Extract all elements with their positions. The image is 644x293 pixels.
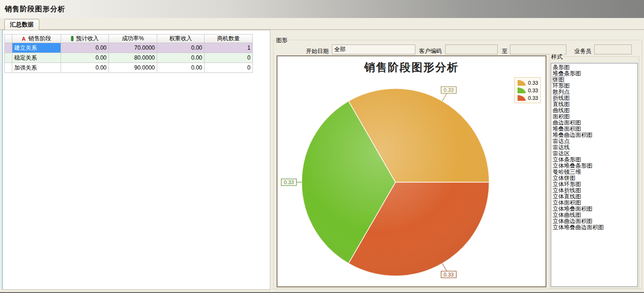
slice-callout-value: 0.33 [284,179,294,185]
cell-weighted[interactable]: 0.00 [157,43,205,53]
table-row[interactable]: 加强关系0.0090.00000.000 [5,63,253,73]
graph-group-label: 图形 [275,36,289,44]
title-bar: 销售阶段图形分析 [0,0,644,18]
cell-count[interactable]: 1 [205,43,253,53]
cell-weighted[interactable]: 0.00 [157,63,205,73]
sort-a-icon: A [22,36,26,42]
legend-label: 0.33 [528,88,538,93]
chart-legend: 0.330.330.33 [514,77,541,103]
column-header-expected[interactable]: 预计收入 [61,35,109,43]
column-header-label: 销售阶段 [28,35,51,43]
legend-row: 0.33 [518,88,538,93]
column-header-label: 预计收入 [76,35,99,43]
cell-success[interactable]: 70.0000 [109,43,157,53]
legend-row: 0.33 [518,95,538,101]
column-header-stage[interactable]: A销售阶段 [12,35,61,43]
pie-chart-svg: 0.330.330.33 [277,56,546,286]
pie-shade-overlay [302,89,489,276]
to-label: 至 [502,46,508,56]
cell-expected[interactable]: 0.00 [61,43,109,53]
table-row[interactable]: 稳定关系0.0080.00000.000 [5,53,253,63]
legend-swatch-icon [518,80,526,86]
legend-swatch-icon [518,88,526,93]
row-indicator-cell[interactable] [5,43,12,53]
column-header-label: 权重收入 [170,35,192,43]
cell-count[interactable]: 0 [205,63,253,73]
slice-callout-value: 0.33 [444,272,454,277]
legend-row: 0.33 [518,80,538,86]
row-indicator-cell[interactable] [5,53,12,63]
column-header-success[interactable]: 成功率% [109,35,157,43]
cell-success[interactable]: 90.0000 [109,63,157,73]
tab-bar: 汇总数据 [0,18,644,30]
summary-grid-panel: A销售阶段预计收入成功率%权重收入商机数量建立关系0.0070.00000.00… [2,30,270,290]
customer-code-label: 客户编码 [419,46,442,56]
style-list: 条形图堆叠条形图饼图环形图散列点折线图直线图曲线图面积图曲边面积图堆叠面积图堆叠… [551,63,638,287]
row-indicator-cell[interactable] [5,63,12,73]
style-list-item[interactable]: 立体堆叠曲边面积图 [552,224,637,231]
column-header-label: 商机数量 [217,35,240,43]
slice-callout-value: 0.33 [444,87,454,93]
row-indicator-header [5,35,12,43]
tab-summary-data[interactable]: 汇总数据 [4,19,39,30]
graph-panel: 图形 开始日期 客户编码 至 业务员 0.330.330.33 销售阶段图形分析… [273,30,643,290]
style-group-label: 样式 [550,53,564,61]
green-pill-icon [71,36,73,41]
start-date-input[interactable] [332,44,415,54]
legend-label: 0.33 [528,95,538,101]
table-row[interactable]: 建立关系0.0070.00000.001 [5,43,253,53]
cell-weighted[interactable]: 0.00 [157,53,205,63]
cell-stage[interactable]: 加强关系 [12,63,61,73]
cell-count[interactable]: 0 [205,53,253,63]
tab-label: 汇总数据 [10,21,34,29]
cell-stage[interactable]: 稳定关系 [12,53,61,63]
start-date-label: 开始日期 [306,46,329,56]
legend-swatch-icon [518,95,526,101]
column-header-weighted[interactable]: 权重收入 [157,35,205,43]
legend-label: 0.33 [528,80,538,86]
column-header-count[interactable]: 商机数量 [205,35,253,43]
style-list-item[interactable]: 堆叠条形图 [552,71,637,77]
cell-expected[interactable]: 0.00 [61,53,109,63]
window-title: 销售阶段图形分析 [0,5,65,14]
cell-success[interactable]: 80.0000 [109,53,157,63]
cell-expected[interactable]: 0.00 [61,63,109,73]
chart-title: 销售阶段图形分析 [277,60,546,75]
salesman-input[interactable] [594,44,632,54]
cell-stage[interactable]: 建立关系 [12,43,61,53]
column-header-label: 成功率% [122,35,144,43]
customer-code-input[interactable] [445,44,498,54]
summary-table: A销售阶段预计收入成功率%权重收入商机数量建立关系0.0070.00000.00… [4,34,253,73]
chart-area: 0.330.330.33 销售阶段图形分析 0.330.330.33 [277,55,546,287]
sales-stage-analysis-window: 销售阶段图形分析 汇总数据 A销售阶段预计收入成功率%权重收入商机数量建立关系0… [0,0,644,293]
salesman-label: 业务员 [574,46,591,56]
table-header-row: A销售阶段预计收入成功率%权重收入商机数量 [5,35,253,43]
